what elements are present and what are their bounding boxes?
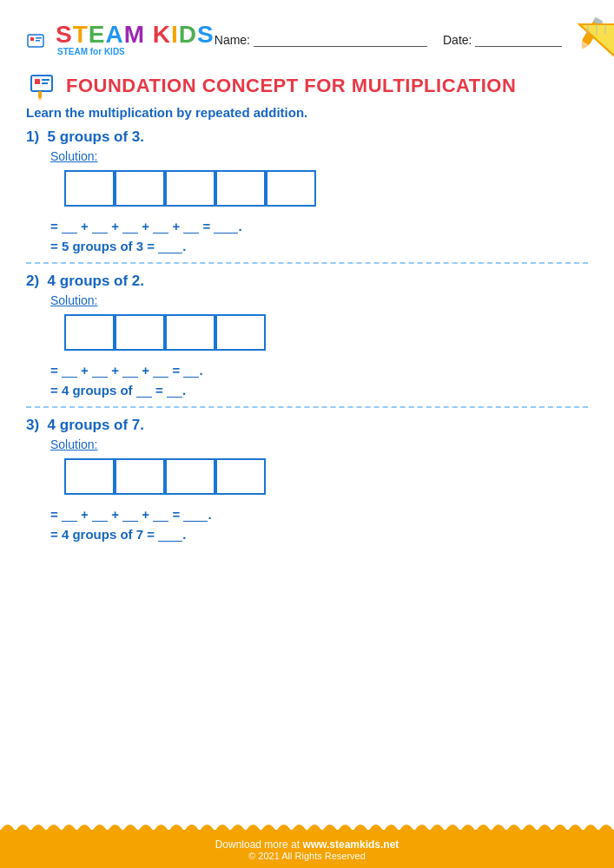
name-line: Name:	[215, 33, 427, 47]
ruler-icon	[562, 16, 614, 63]
problem-1-solution-label: Solution:	[50, 149, 588, 163]
box	[215, 314, 266, 351]
box	[64, 170, 115, 207]
box	[115, 170, 165, 207]
box	[215, 170, 266, 207]
problem-1-title: 1) 5 groups of 3.	[26, 128, 588, 146]
problem-3-solution-label: Solution:	[50, 437, 588, 451]
logo-area: STEAM KIDS STEAM for KIDS	[26, 23, 215, 56]
problem-3-boxes	[64, 458, 588, 495]
date-line: Date:	[443, 33, 562, 47]
footer-download: Download more at www.steamkids.net	[0, 838, 614, 851]
footer-scallop	[0, 818, 614, 832]
divider-1	[26, 262, 588, 264]
problem-2-eq1: = + + + = .	[50, 363, 588, 378]
svg-rect-14	[42, 79, 50, 81]
svg-rect-16	[38, 91, 42, 98]
box	[115, 314, 165, 351]
problem-2-eq2: = 4 groups of = .	[50, 383, 588, 398]
logo-icon	[26, 28, 50, 52]
box	[115, 458, 165, 495]
problem-1: 1) 5 groups of 3. Solution: = + + + + = …	[26, 128, 588, 253]
box	[165, 314, 215, 351]
date-field	[475, 33, 562, 47]
title-pencil-icon	[26, 70, 57, 102]
page: STEAM KIDS STEAM for KIDS Name: Date:	[0, 0, 614, 868]
problem-3-eq1: = + + + = .	[50, 507, 588, 522]
box	[64, 458, 115, 495]
svg-rect-15	[42, 82, 48, 84]
problem-3-eq2: = 4 groups of 7 = .	[50, 527, 588, 542]
title-row: FOUNDATION CONCEPT FOR MULTIPLICATION	[26, 70, 588, 102]
problem-1-eq2: = 5 groups of 3 = .	[50, 239, 588, 253]
footer-copyright: © 2021 All Rights Reserved	[0, 851, 614, 861]
box	[266, 170, 316, 207]
date-label: Date:	[443, 33, 472, 47]
main-title: FOUNDATION CONCEPT FOR MULTIPLICATION	[66, 75, 516, 97]
box	[165, 170, 215, 207]
divider-2	[26, 406, 588, 408]
header: STEAM KIDS STEAM for KIDS Name: Date:	[26, 16, 588, 63]
svg-marker-17	[38, 98, 42, 102]
footer-url: www.steamkids.net	[302, 838, 399, 851]
svg-rect-3	[36, 40, 40, 42]
problem-1-boxes	[64, 170, 588, 207]
box	[64, 314, 115, 351]
footer: Download more at www.steamkids.net © 202…	[0, 830, 614, 868]
box	[165, 458, 215, 495]
subtitle: Learn the multiplication by repeated add…	[26, 105, 588, 120]
problem-2-boxes	[64, 314, 588, 351]
problem-2-solution-label: Solution:	[50, 293, 588, 307]
problem-3: 3) 4 groups of 7. Solution: = + + + = . …	[26, 417, 588, 542]
name-date: Name: Date:	[215, 33, 563, 47]
svg-rect-1	[30, 37, 34, 41]
name-label: Name:	[215, 33, 250, 47]
box	[215, 458, 266, 495]
logo-sub: STEAM for KIDS	[57, 47, 125, 56]
problem-3-title: 3) 4 groups of 7.	[26, 417, 588, 434]
problem-2-title: 2) 4 groups of 2.	[26, 273, 588, 290]
svg-rect-13	[35, 79, 40, 84]
svg-rect-2	[36, 37, 42, 39]
problem-1-eq1: = + + + + = .	[50, 219, 588, 233]
logo-text: STEAM KIDS	[56, 23, 215, 47]
name-field	[254, 33, 427, 47]
problem-2: 2) 4 groups of 2. Solution: = + + + = . …	[26, 273, 588, 398]
